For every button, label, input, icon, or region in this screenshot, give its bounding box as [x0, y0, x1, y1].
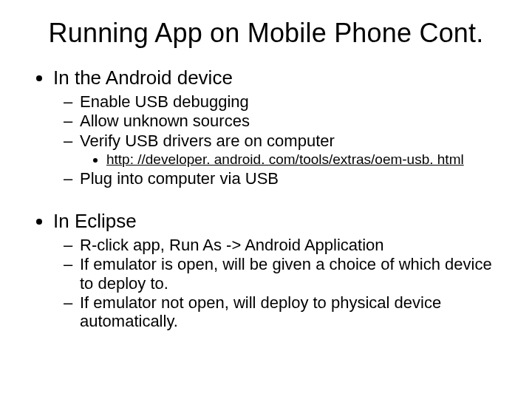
list-item: Plug into computer via USB	[80, 169, 502, 188]
section-heading: In the Android device	[53, 66, 233, 89]
list-item: Verify USB drivers are on computer http:…	[80, 132, 502, 168]
slide: Running App on Mobile Phone Cont. In the…	[0, 0, 532, 399]
list-item: Enable USB debugging	[80, 92, 502, 111]
list-item: If emulator is open, will be given a cho…	[80, 255, 502, 293]
bullet-list-lvl2: Enable USB debugging Allow unknown sourc…	[53, 92, 502, 188]
bullet-list-lvl1: In Eclipse R-click app, Run As -> Androi…	[35, 210, 502, 330]
list-item: If emulator not open, will deploy to phy…	[80, 293, 502, 331]
slide-title: Running App on Mobile Phone Cont.	[30, 18, 502, 49]
list-item: R-click app, Run As -> Android Applicati…	[80, 236, 502, 254]
list-item: Allow unknown sources	[80, 112, 502, 130]
section-eclipse: In Eclipse R-click app, Run As -> Androi…	[53, 210, 502, 330]
bullet-list-lvl1: In the Android device Enable USB debuggi…	[35, 66, 502, 188]
usb-driver-link[interactable]: http: //developer. android. com/tools/ex…	[106, 151, 464, 167]
bullet-list-lvl3: http: //developer. android. com/tools/ex…	[80, 151, 502, 168]
section-android: In the Android device Enable USB debuggi…	[53, 66, 502, 188]
section-heading: In Eclipse	[53, 210, 137, 232]
bullet-list-lvl2: R-click app, Run As -> Android Applicati…	[53, 236, 502, 330]
list-item: http: //developer. android. com/tools/ex…	[106, 151, 502, 168]
spacer	[30, 192, 502, 207]
list-item-text: Verify USB drivers are on computer	[80, 132, 335, 150]
